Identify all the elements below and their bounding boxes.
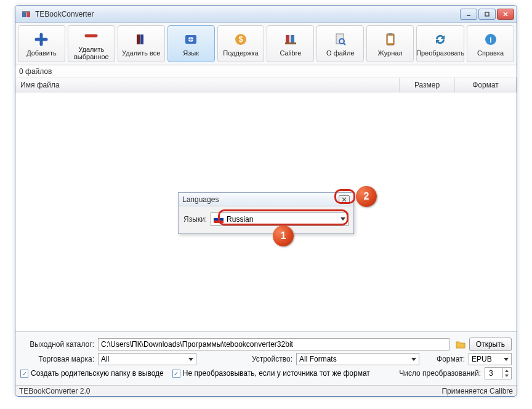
support-button[interactable]: $ Поддержка	[217, 25, 265, 62]
convert-button[interactable]: Преобразовать	[416, 25, 464, 62]
open-button[interactable]: Открыть	[469, 338, 512, 351]
toolbar-label: Язык	[183, 49, 199, 57]
callout-badge-2: 2	[356, 186, 377, 207]
log-button[interactable]: Журнал	[366, 25, 414, 62]
books-icon	[132, 31, 150, 48]
bottom-panel: Выходной каталог: C:\Users\ПК\Downloads\…	[15, 331, 517, 385]
flag-icon	[214, 216, 224, 223]
create-parent-folder-checkbox[interactable]: Создать родительскую папку в выводе	[20, 369, 164, 378]
svg-line-19	[344, 43, 345, 45]
spin-down-icon[interactable]	[502, 373, 510, 378]
toolbar-label: Calibre	[280, 49, 301, 57]
remove-selected-button[interactable]: Удалить выбранное	[68, 25, 115, 62]
conversions-spinner[interactable]: 3	[485, 367, 512, 379]
svg-rect-14	[286, 35, 289, 44]
minimize-button[interactable]	[460, 9, 477, 20]
conversions-value: 3	[489, 369, 493, 378]
toolbar-label: Преобразовать	[416, 49, 464, 57]
svg-rect-8	[137, 34, 140, 44]
plus-icon	[33, 31, 50, 48]
device-label: Устройство:	[225, 355, 292, 363]
column-format[interactable]: Формат	[455, 78, 517, 92]
skip-same-format-checkbox[interactable]: Не преобразовывать, если у источника тот…	[172, 369, 370, 378]
format-value: EPUB	[472, 355, 492, 363]
spinner-buttons	[502, 368, 510, 378]
search-icon	[332, 31, 349, 48]
app-window: TEBookConverter Добавить Удалить выбранн…	[15, 5, 517, 397]
help-button[interactable]: i Справка	[467, 25, 514, 62]
format-label: Формат:	[437, 355, 465, 363]
device-select[interactable]: All Formats	[296, 353, 419, 365]
language-button[interactable]: Язык	[167, 25, 215, 62]
column-size[interactable]: Размер	[400, 78, 455, 92]
calibre-button[interactable]: Calibre	[267, 25, 314, 62]
minus-icon	[83, 27, 100, 44]
dialog-title: Languages	[182, 195, 339, 204]
chevron-down-icon	[341, 217, 345, 221]
coin-icon: $	[232, 31, 249, 48]
chevron-down-icon	[188, 358, 193, 361]
window-title: TEBookConverter	[35, 10, 460, 18]
checkbox-icon	[172, 370, 180, 378]
svg-text:i: i	[490, 36, 491, 44]
checkbox-icon	[20, 370, 28, 378]
toolbar-label: Добавить	[26, 49, 57, 57]
output-dir-input[interactable]: C:\Users\ПК\Downloads\Программы\tebookco…	[98, 338, 449, 350]
about-file-button[interactable]: О файле	[316, 25, 364, 62]
chevron-down-icon	[504, 358, 509, 361]
svg-rect-21	[388, 36, 393, 43]
add-button[interactable]: Добавить	[18, 25, 65, 62]
language-label: Языки:	[183, 215, 207, 224]
globe-icon	[182, 31, 200, 48]
table-header: Имя файла Размер Формат	[15, 78, 517, 92]
toolbar-label: Справка	[477, 49, 504, 57]
info-icon: i	[482, 31, 499, 48]
output-dir-value: C:\Users\ПК\Downloads\Программы\tebookco…	[101, 340, 293, 349]
svg-rect-22	[389, 33, 392, 35]
output-dir-label: Выходной каталог:	[20, 340, 94, 349]
svg-rect-4	[485, 12, 489, 16]
file-count: 0 файлов	[15, 65, 517, 78]
conversions-label: Число преобразований:	[399, 369, 481, 378]
brand-label: Торговая марка:	[20, 355, 94, 363]
device-value: All Formats	[299, 355, 337, 363]
callout-badge-1: 1	[273, 225, 294, 246]
remove-all-button[interactable]: Удалить все	[118, 25, 165, 62]
folder-icon[interactable]	[456, 340, 465, 349]
file-list-area: Languages Языки: Russian 1 2	[15, 92, 517, 339]
checkbox-label: Создать родительскую папку в выводе	[31, 369, 164, 378]
svg-rect-15	[291, 35, 294, 44]
brand-value: All	[101, 355, 109, 363]
toolbar-label: Удалить все	[122, 49, 160, 57]
format-select[interactable]: EPUB	[469, 353, 512, 365]
clipboard-icon	[382, 31, 399, 48]
maximize-button[interactable]	[478, 9, 496, 20]
column-filename[interactable]: Имя файла	[15, 78, 400, 92]
calibre-icon	[282, 31, 299, 48]
app-icon	[22, 9, 31, 19]
svg-rect-2	[22, 11, 30, 12]
window-buttons	[460, 9, 514, 20]
brand-select[interactable]: All	[98, 353, 196, 365]
status-right: Применяется Calibre	[441, 387, 513, 395]
toolbar: Добавить Удалить выбранное Удалить все Я…	[15, 23, 517, 65]
svg-text:$: $	[239, 35, 243, 44]
titlebar: TEBookConverter	[15, 6, 517, 23]
dialog-close-button[interactable]	[339, 195, 350, 204]
close-button[interactable]	[497, 9, 514, 20]
toolbar-label: О файле	[326, 49, 354, 57]
dialog-titlebar: Languages	[179, 193, 353, 206]
toolbar-label: Журнал	[378, 49, 403, 57]
language-select[interactable]: Russian	[211, 213, 349, 226]
chevron-down-icon	[411, 358, 416, 361]
dialog-body: Языки: Russian	[179, 206, 353, 233]
statusbar: TEBookConverter 2.0 Применяется Calibre	[15, 385, 517, 396]
languages-dialog: Languages Языки: Russian	[178, 192, 354, 234]
toolbar-label: Поддержка	[223, 49, 258, 57]
svg-rect-9	[140, 34, 143, 44]
spin-up-icon[interactable]	[502, 368, 510, 373]
toolbar-label: Удалить выбранное	[68, 46, 115, 60]
checkbox-label: Не преобразовывать, если у источника тот…	[183, 369, 370, 378]
language-value: Russian	[227, 215, 253, 224]
status-left: TEBookConverter 2.0	[19, 387, 90, 395]
